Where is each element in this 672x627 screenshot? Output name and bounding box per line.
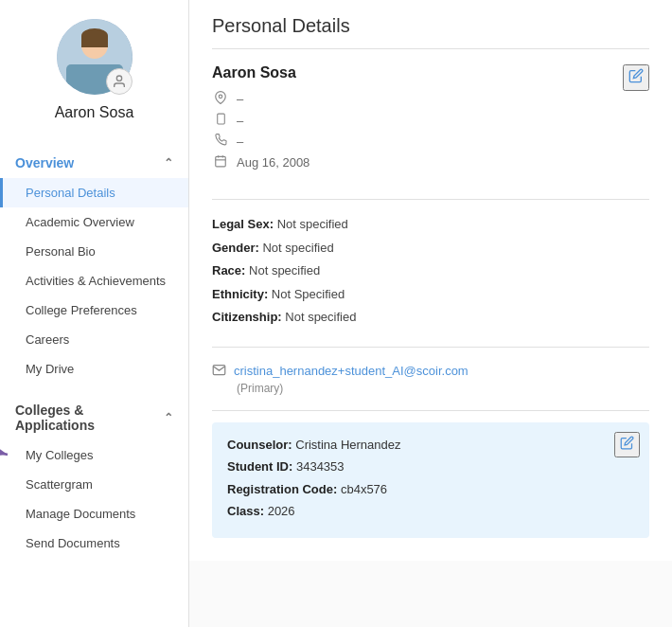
birthday-icon <box>212 154 229 170</box>
legal-sex-row: Legal Sex: Not specified <box>212 215 649 234</box>
profile-mobile-row: – <box>212 113 309 128</box>
sidebar-item-send-documents[interactable]: Send Documents <box>0 528 188 558</box>
legal-sex-label: Legal Sex: <box>212 217 274 231</box>
legal-sex-value: Not specified <box>277 217 348 231</box>
sidebar-item-scattergram[interactable]: Scattergram <box>0 470 188 499</box>
profile-location-row: – <box>212 91 309 107</box>
ethnicity-value: Not Specified <box>272 287 345 301</box>
main-content: Personal Details Aaron Sosa – <box>189 0 672 627</box>
avatar-area: Aaron Sosa <box>0 0 188 133</box>
avatar-wrapper <box>57 19 133 95</box>
sidebar-item-my-colleges[interactable]: My Colleges <box>0 440 188 470</box>
overview-section-label: Overview <box>15 155 74 170</box>
sidebar-nav: Overview ⌃ Personal Details Academic Ove… <box>0 148 188 558</box>
svg-point-6 <box>116 76 121 81</box>
mobile-icon <box>212 113 229 128</box>
student-id-label: Student ID: <box>227 459 292 474</box>
page-title: Personal Details <box>212 0 649 49</box>
counselor-name-row: Counselor: Cristina Hernandez <box>227 436 634 455</box>
profile-mobile: – <box>237 114 243 128</box>
profile-location: – <box>237 92 243 106</box>
svg-rect-9 <box>217 114 224 124</box>
sidebar-item-college-preferences[interactable]: College Preferences <box>0 296 188 325</box>
profile-birthday-row: Aug 16, 2008 <box>212 154 309 170</box>
student-id-row: Student ID: 3434353 <box>227 457 634 476</box>
svg-rect-5 <box>81 36 108 47</box>
gender-row: Gender: Not specified <box>212 239 649 258</box>
counselor-section: Counselor: Cristina Hernandez Student ID… <box>212 422 649 538</box>
sidebar-section-colleges[interactable]: Colleges & Applications ⌃ <box>0 395 188 440</box>
colleges-chevron-up-icon: ⌃ <box>164 411 173 424</box>
gender-value: Not specified <box>262 241 333 255</box>
profile-phone: – <box>237 134 243 149</box>
phone-icon <box>212 134 229 149</box>
registration-code-value: cb4x576 <box>341 482 387 496</box>
registration-code-label: Registration Code: <box>227 482 337 496</box>
overview-chevron-up-icon: ⌃ <box>164 156 173 170</box>
profile-name-wrapper: Aaron Sosa – – <box>212 64 309 176</box>
email-section: cristina_hernandez+student_AI@scoir.com … <box>212 348 649 411</box>
sidebar-item-personal-bio[interactable]: Personal Bio <box>0 237 188 266</box>
sidebar-section-overview[interactable]: Overview ⌃ <box>0 148 188 178</box>
identity-section: Legal Sex: Not specified Gender: Not spe… <box>212 200 649 348</box>
location-icon <box>212 91 229 107</box>
svg-point-8 <box>219 95 222 99</box>
sidebar-item-my-drive[interactable]: My Drive <box>0 354 188 384</box>
class-row: Class: 2026 <box>227 502 634 521</box>
counselor-label: Counselor: <box>227 438 292 452</box>
counselor-value: Cristina Hernandez <box>295 438 400 452</box>
profile-name: Aaron Sosa <box>212 64 309 81</box>
email-address: cristina_hernandez+student_AI@scoir.com <box>234 364 469 378</box>
sidebar-item-manage-documents[interactable]: Manage Documents <box>0 499 188 528</box>
class-value: 2026 <box>268 504 295 518</box>
svg-rect-11 <box>216 156 226 167</box>
colleges-section-label: Colleges & Applications <box>15 403 164 433</box>
email-row: cristina_hernandez+student_AI@scoir.com <box>212 363 649 380</box>
profile-phone-row: – <box>212 134 309 149</box>
race-row: Race: Not specified <box>212 261 649 280</box>
profile-birthday: Aug 16, 2008 <box>237 155 309 170</box>
sidebar-item-careers[interactable]: Careers <box>0 325 188 354</box>
avatar-edit-icon[interactable] <box>106 68 133 95</box>
race-value: Not specified <box>249 263 320 278</box>
citizenship-value: Not specified <box>285 310 356 324</box>
profile-section-header: Aaron Sosa – – <box>212 64 649 176</box>
email-icon <box>212 363 226 380</box>
sidebar: Aaron Sosa Overview ⌃ Personal Details A… <box>0 0 189 627</box>
sidebar-item-personal-details[interactable]: Personal Details <box>0 178 188 207</box>
gender-label: Gender: <box>212 241 259 255</box>
email-primary-label: (Primary) <box>212 382 649 395</box>
class-label: Class: <box>227 504 264 518</box>
citizenship-label: Citizenship: <box>212 310 282 324</box>
edit-profile-button[interactable] <box>623 64 649 91</box>
sidebar-user-name: Aaron Sosa <box>55 104 134 121</box>
edit-counselor-button[interactable] <box>614 432 640 457</box>
ethnicity-row: Ethnicity: Not Specified <box>212 285 649 304</box>
profile-section: Aaron Sosa – – <box>212 49 649 200</box>
content-inner: Personal Details Aaron Sosa – <box>189 0 672 561</box>
citizenship-row: Citizenship: Not specified <box>212 308 649 327</box>
registration-code-row: Registration Code: cb4x576 <box>227 480 634 499</box>
sidebar-item-activities[interactable]: Activities & Achievements <box>0 266 188 296</box>
ethnicity-label: Ethnicity: <box>212 287 268 301</box>
sidebar-item-academic-overview[interactable]: Academic Overview <box>0 207 188 237</box>
race-label: Race: <box>212 263 245 278</box>
student-id-value: 3434353 <box>296 459 345 474</box>
